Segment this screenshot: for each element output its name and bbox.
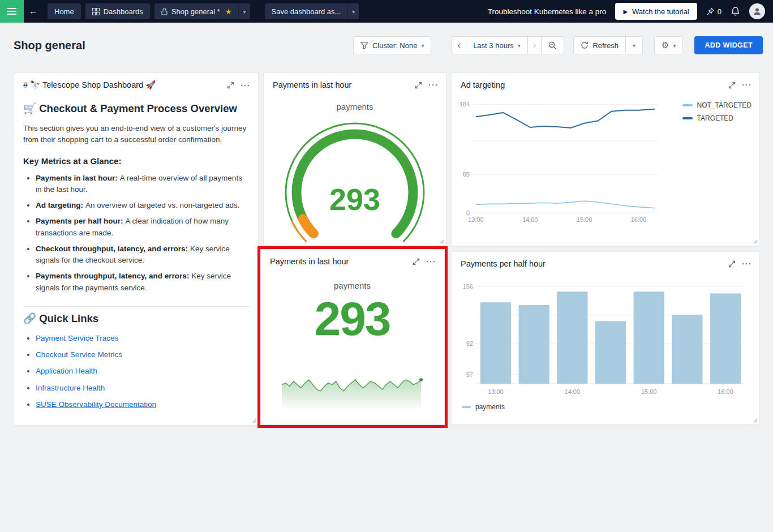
cluster-filter-label: Cluster: None <box>372 41 417 50</box>
legend-item[interactable]: TARGETED <box>682 114 751 122</box>
time-forward-button[interactable]: › <box>528 36 542 54</box>
legend-item[interactable]: NOT_TARGETED <box>682 101 751 109</box>
list-item: Checkout Service Metrics <box>36 349 249 361</box>
lock-icon <box>161 8 168 15</box>
refresh-group: Refresh ▾ <box>573 36 643 54</box>
widget-menu-icon[interactable]: ⋯ <box>240 83 250 88</box>
save-menu-chevron[interactable]: ▾ <box>347 3 359 19</box>
chart-legend[interactable]: payments <box>462 403 759 411</box>
link-checkout-service-metrics[interactable]: Checkout Service Metrics <box>36 350 122 359</box>
link-application-health[interactable]: Application Health <box>36 367 97 375</box>
add-widget-button[interactable]: ADD WIDGET <box>694 36 763 54</box>
cluster-filter-button[interactable]: Cluster: None ▾ <box>353 36 432 54</box>
current-dashboard-group: Shop general * ★ ▾ <box>154 3 250 19</box>
time-back-button[interactable]: ‹ <box>452 36 466 54</box>
save-as-label: Save dashboard as... <box>272 7 341 16</box>
svg-text:156: 156 <box>463 283 473 290</box>
widget-menu-icon[interactable]: ⋯ <box>428 82 438 88</box>
widget-header: Payments in last hour ⋯ <box>264 73 446 93</box>
divider <box>23 306 249 307</box>
list-item: Payments per half hour:A clear indicatio… <box>36 216 249 239</box>
list-item: SUSE Observability Documentation <box>36 399 249 410</box>
refresh-icon <box>581 41 589 49</box>
widget-ad-targeting: Ad targeting ⋯ 18465013:0014:0015:0016:0… <box>451 72 760 246</box>
chevron-down-icon: ▾ <box>673 42 676 49</box>
refresh-button[interactable]: Refresh <box>573 36 626 54</box>
dashboard-controls: Cluster: None ▾ ‹ Last 3 hours ▾ › <box>353 36 763 54</box>
link-payment-service-traces[interactable]: Payment Service Traces <box>36 334 118 342</box>
expand-icon[interactable] <box>415 81 422 89</box>
watch-tutorial-label: Watch the tutorial <box>632 7 689 16</box>
expand-icon[interactable] <box>413 258 420 265</box>
save-dashboard-as-button[interactable]: Save dashboard as... <box>265 3 348 19</box>
zoom-out-icon <box>548 41 557 50</box>
widget-header: # 🔭 Telescope Shop Dashboard 🚀 ⋯ <box>14 73 258 93</box>
expand-icon[interactable] <box>728 81 736 89</box>
list-item: Checkout throughput, latency, and errors… <box>36 243 249 267</box>
dashboard-menu-chevron[interactable]: ▾ <box>238 3 250 19</box>
markdown-content: 🛒 Checkout & Payment Process Overview Th… <box>14 93 258 410</box>
svg-text:15:00: 15:00 <box>577 216 592 223</box>
widget-payments-number: Payments in last hour ⋯ payments 293 <box>260 249 444 424</box>
key-metrics-list: Payments in last hour:A real-time overvi… <box>36 173 249 294</box>
widget-menu-icon[interactable]: ⋯ <box>741 261 751 267</box>
hamburger-menu-button[interactable] <box>0 0 24 23</box>
widget-menu-icon[interactable]: ⋯ <box>426 259 436 264</box>
watch-tutorial-button[interactable]: ▶ Watch the tutorial <box>615 3 697 20</box>
legend-swatch-targeted <box>682 117 693 119</box>
sparkline-area <box>279 374 426 416</box>
list-item: Application Health <box>36 366 249 377</box>
user-avatar[interactable] <box>749 3 765 19</box>
series-label: payments <box>264 102 446 111</box>
top-navigation-bar: ← Home Dashboards Shop general * ★ ▾ <box>0 0 773 23</box>
link-suse-observability-docs[interactable]: SUSE Observability Documentation <box>36 400 156 409</box>
dashboard-name-label: Shop general * <box>171 7 220 16</box>
app-canvas: ← Home Dashboards Shop general * ★ ▾ <box>0 0 773 532</box>
current-dashboard-button[interactable]: Shop general * ★ <box>154 3 239 19</box>
svg-text:65: 65 <box>463 171 470 178</box>
refresh-options-chevron[interactable]: ▾ <box>626 36 643 54</box>
widget-payments-per-half-hour: Payments per half hour ⋯ 156925713:0014:… <box>451 251 760 425</box>
list-item: Payment Service Traces <box>36 333 249 344</box>
promo-text: Troubleshoot Kubernetes like a pro <box>488 7 607 16</box>
pinned-items-button[interactable]: 0 <box>706 7 722 16</box>
intro-paragraph: This section gives you an end-to-end vie… <box>23 123 249 146</box>
notifications-button[interactable] <box>731 6 740 16</box>
resize-handle[interactable] <box>251 418 256 423</box>
chevron-down-icon: ▾ <box>518 42 521 49</box>
svg-text:92: 92 <box>466 340 473 347</box>
topbar-right-section: Troubleshoot Kubernetes like a pro ▶ Wat… <box>488 3 773 20</box>
widget-menu-icon[interactable]: ⋯ <box>741 82 751 88</box>
resize-handle[interactable] <box>439 239 444 244</box>
favorite-star-icon[interactable]: ★ <box>225 7 232 16</box>
dashboard-settings-button[interactable]: ⚙ ▾ <box>654 36 683 54</box>
pin-count: 0 <box>718 7 722 16</box>
resize-handle[interactable] <box>753 418 758 423</box>
pin-icon <box>706 7 715 16</box>
payments-sparkline <box>279 374 426 414</box>
widget-header: Ad targeting ⋯ <box>452 73 759 93</box>
chevron-down-icon: ▾ <box>633 42 635 49</box>
link-infrastructure-health[interactable]: Infrastructure Health <box>36 384 105 392</box>
zoom-out-button[interactable] <box>542 36 564 54</box>
svg-text:184: 184 <box>459 101 470 108</box>
dashboards-grid-icon <box>92 8 100 15</box>
dashboards-button[interactable]: Dashboards <box>85 3 150 19</box>
back-button[interactable]: ← <box>24 3 43 19</box>
time-range-label: Last 3 hours <box>473 41 514 50</box>
time-range-button[interactable]: Last 3 hours ▾ <box>466 36 528 54</box>
svg-text:16:00: 16:00 <box>718 388 733 395</box>
time-range-group: ‹ Last 3 hours ▾ › <box>452 36 564 54</box>
widget-header: Payments in last hour ⋯ <box>261 250 444 269</box>
widget-title: Ad targeting <box>461 80 728 89</box>
quick-links-heading: 🔗 Quick Links <box>23 312 249 325</box>
bell-icon <box>731 6 740 16</box>
svg-text:14:00: 14:00 <box>522 216 538 223</box>
gauge-value: 293 <box>281 182 428 217</box>
resize-handle[interactable] <box>753 239 758 244</box>
expand-icon[interactable] <box>227 81 234 89</box>
expand-icon[interactable] <box>728 260 736 268</box>
payments-bar-chart: 156925713:0014:0015:0016:00 <box>459 272 750 398</box>
legend-swatch-not-targeted <box>682 104 693 106</box>
home-button[interactable]: Home <box>48 3 81 19</box>
